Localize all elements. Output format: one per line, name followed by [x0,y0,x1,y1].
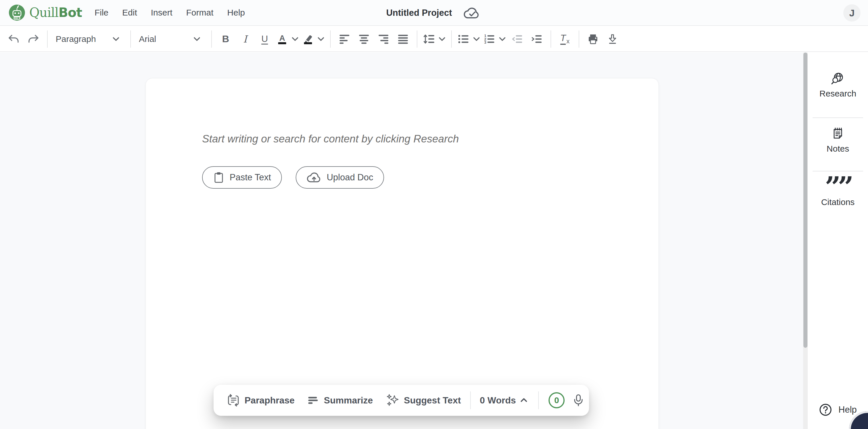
align-right-button[interactable] [374,29,393,49]
editor-placeholder: Start writing or search for content by c… [202,133,459,145]
bold-button[interactable]: B [216,29,236,49]
assistant-divider [470,391,471,409]
align-justify-button[interactable] [393,29,413,49]
document-card[interactable]: Start writing or search for content by c… [146,78,659,429]
formatting-toolbar: Paragraph Arial B I U A [0,26,868,52]
chevron-down-icon [111,34,121,44]
redo-button[interactable] [24,29,43,49]
paragraph-style-dropdown[interactable]: Paragraph [52,29,126,49]
toolbar-divider [47,30,48,48]
chevron-down-icon[interactable] [497,34,507,44]
numbered-list-button[interactable]: 1 2 3 [482,29,497,49]
paraphrase-label: Paraphrase [245,395,294,406]
indent-button[interactable] [527,29,547,49]
scrollbar-thumb[interactable] [803,53,807,348]
toolbar-divider [551,30,551,48]
quillbot-robot-icon [9,4,25,21]
wordmark-quill: Quill [29,5,59,20]
right-sidebar: Research Notes ”” Citations [808,53,868,429]
underline-icon: U [261,34,268,44]
font-family-value: Arial [139,34,156,44]
summarize-icon [307,394,319,406]
quillbot-wordmark: QuillBot [29,6,82,19]
paraphrase-icon [227,394,240,407]
menu-item-edit[interactable]: Edit [122,8,137,18]
menu-item-format[interactable]: Format [186,8,214,18]
summarize-label: Summarize [324,395,373,406]
word-count-toggle[interactable]: 0 Words [480,395,529,406]
upload-doc-button[interactable]: Upload Doc [296,166,384,189]
line-spacing-icon [423,33,435,45]
chevron-down-icon[interactable] [471,34,482,44]
project-title[interactable]: Untitled Project [386,8,452,18]
avatar-initial: J [849,7,855,19]
underline-button[interactable]: U [255,29,274,49]
font-family-dropdown[interactable]: Arial [135,29,207,49]
chevron-down-icon[interactable] [437,34,447,44]
menu-item-insert[interactable]: Insert [151,8,173,18]
quick-actions-row: Paste Text Upload Doc [202,166,384,189]
cloud-saved-icon [463,5,482,20]
chevron-down-icon [192,34,202,44]
paragraph-style-value: Paragraph [56,34,96,44]
indent-icon [530,33,543,45]
project-title-group: Untitled Project [386,0,482,26]
sidebar-label-notes: Notes [827,144,849,154]
undo-button[interactable] [4,29,24,49]
quillbot-counter-badge[interactable]: 0 [549,392,565,408]
help-label: Help [838,405,857,415]
italic-icon: I [243,33,247,45]
align-left-button[interactable] [335,29,354,49]
line-spacing-button[interactable] [422,29,437,49]
suggest-text-button[interactable]: Suggest Text [385,393,461,407]
sidebar-item-citations[interactable]: ”” Citations [808,181,868,207]
wordmark-bot: Bot [59,5,82,20]
counter-value: 0 [554,395,559,405]
question-circle-icon [819,403,832,417]
citations-quotes-icon: ”” [825,181,851,194]
paraphrase-button[interactable]: Paraphrase [227,394,294,407]
microphone-icon [572,394,585,407]
highlight-button[interactable] [300,29,316,49]
bullet-list-control [456,29,482,49]
dictation-button[interactable] [572,394,585,407]
outdent-button[interactable] [507,29,527,49]
outdent-icon [511,33,524,45]
menu-item-file[interactable]: File [94,8,108,18]
line-spacing-control [422,29,447,49]
printer-icon [587,33,599,45]
bullet-list-button[interactable] [456,29,471,49]
sidebar-label-research: Research [819,89,856,98]
text-color-button[interactable]: A [274,29,290,49]
sparkle-icon [385,393,399,407]
chevron-down-icon[interactable] [316,34,326,44]
menu-item-help[interactable]: Help [227,8,245,18]
svg-text:3: 3 [484,40,486,44]
editor-area: Start writing or search for content by c… [0,53,803,429]
notes-notepad-icon [831,127,845,141]
sidebar-divider [813,117,863,118]
toolbar-divider [451,30,452,48]
menubar: File Edit Insert Format Help [94,8,245,18]
download-button[interactable] [603,29,622,49]
clear-formatting-button[interactable]: Tx [555,29,575,49]
upload-doc-label: Upload Doc [327,172,373,183]
italic-button[interactable]: I [236,29,255,49]
quillbot-logo[interactable]: QuillBot [9,4,82,21]
suggest-text-label: Suggest Text [404,395,461,406]
app-header: QuillBot File Edit Insert Format Help Un… [0,0,868,26]
assistant-divider [538,391,539,409]
summarize-button[interactable]: Summarize [307,394,373,406]
chevron-down-icon[interactable] [290,34,300,44]
align-center-button[interactable] [354,29,374,49]
text-color-control: A [274,29,300,49]
paste-text-button[interactable]: Paste Text [202,166,282,189]
bold-icon: B [222,33,229,44]
sidebar-item-notes[interactable]: Notes [808,127,868,154]
paste-text-label: Paste Text [229,172,271,183]
avatar[interactable]: J [843,4,861,22]
highlighter-icon [302,33,314,45]
sidebar-item-research[interactable]: Research [808,71,868,98]
assistant-toolbar: Paraphrase Summarize Suggest Text 0 Word… [214,385,589,416]
print-button[interactable] [583,29,603,49]
